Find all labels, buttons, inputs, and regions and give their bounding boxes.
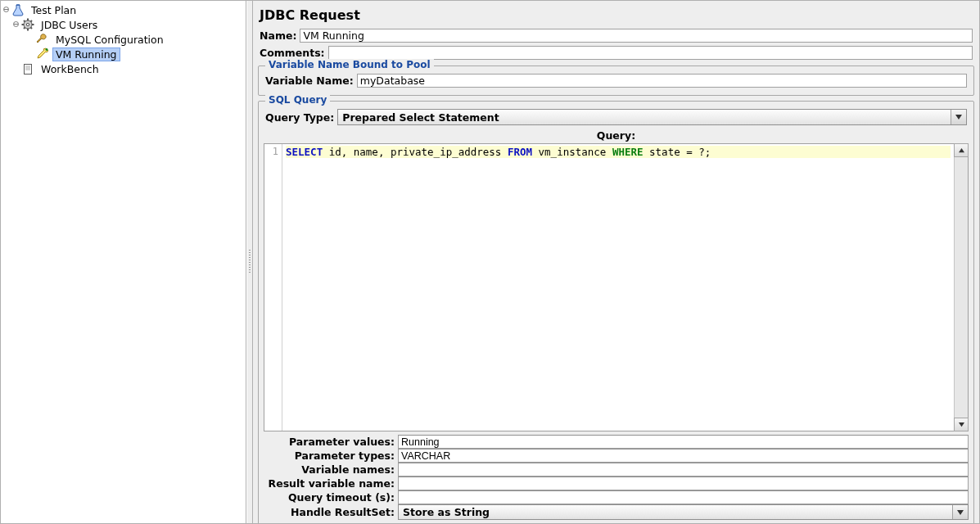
handle-resultset-combo[interactable]: Store as String: [398, 504, 969, 520]
pipette-icon: [35, 47, 50, 61]
param-types-label: Parameter types:: [264, 449, 398, 462]
param-values-row: Parameter values:: [264, 435, 969, 449]
tree-label: MySQL Configuration: [52, 33, 167, 47]
editor-body[interactable]: SELECT id, name, private_ip_address FROM…: [282, 144, 954, 431]
tree-panel[interactable]: Test Plan JDBC Users MySQL Configuration: [1, 1, 246, 523]
combo-value: Store as String: [399, 506, 952, 518]
variable-names-input[interactable]: [398, 463, 969, 477]
tree-node-vm-running[interactable]: VM Running: [1, 47, 246, 61]
wrench-icon: [35, 33, 50, 46]
tree-label-selected: VM Running: [52, 47, 120, 61]
sql-keyword: SELECT: [286, 146, 323, 158]
test-tree: Test Plan JDBC Users MySQL Configuration: [1, 1, 246, 76]
tree-label: Test Plan: [28, 3, 79, 17]
gear-icon: [20, 18, 35, 31]
sql-text: state = ?;: [644, 146, 711, 158]
scroll-track[interactable]: [955, 157, 968, 418]
scroll-up-icon[interactable]: [954, 143, 969, 157]
svg-point-15: [46, 48, 48, 51]
editor-scrollbar[interactable]: [954, 144, 968, 431]
tree-toggle-icon[interactable]: [11, 20, 20, 29]
query-type-row: Query Type: Prepared Select Statement: [264, 108, 969, 126]
tree-toggle-icon[interactable]: [1, 6, 11, 15]
svg-line-14: [31, 20, 33, 22]
result-var-label: Result variable name:: [264, 477, 398, 490]
query-type-combo[interactable]: Prepared Select Statement: [337, 109, 967, 125]
svg-rect-2: [16, 4, 20, 5]
scroll-down-icon[interactable]: [954, 418, 969, 431]
variable-names-label: Variable names:: [264, 463, 398, 476]
editor-gutter: 1: [264, 144, 282, 431]
query-editor[interactable]: 1 SELECT id, name, private_ip_address FR…: [264, 143, 969, 431]
tree-label: JDBC Users: [38, 18, 101, 32]
split-handle[interactable]: [246, 1, 253, 523]
svg-line-13: [24, 28, 25, 29]
name-input[interactable]: [300, 29, 973, 43]
result-var-row: Result variable name:: [264, 477, 969, 490]
param-values-label: Parameter values:: [264, 436, 398, 448]
panel-title: JDBC Request: [260, 7, 973, 23]
handle-resultset-row: Handle ResultSet: Store as String: [264, 504, 969, 520]
chevron-down-icon[interactable]: [951, 110, 966, 124]
tree-node-workbench[interactable]: WorkBench: [1, 61, 246, 76]
combo-value: Prepared Select Statement: [338, 111, 951, 124]
svg-point-6: [26, 23, 29, 25]
query-timeout-input[interactable]: [398, 490, 969, 504]
comments-input[interactable]: [328, 46, 973, 60]
result-var-input[interactable]: [398, 477, 969, 490]
sql-text: id, name, private_ip_address: [323, 146, 508, 158]
param-types-row: Parameter types:: [264, 449, 969, 463]
query-timeout-row: Query timeout (s):: [264, 490, 969, 504]
variable-name-row: Variable Name:: [264, 73, 969, 88]
variable-name-input[interactable]: [357, 74, 967, 88]
handle-resultset-label: Handle ResultSet:: [264, 506, 398, 518]
tree-node-test-plan[interactable]: Test Plan: [1, 2, 246, 17]
sql-query-group: SQL Query Query Type: Prepared Select St…: [258, 101, 974, 523]
param-values-input[interactable]: [398, 435, 969, 449]
query-timeout-label: Query timeout (s):: [264, 491, 398, 504]
svg-line-12: [31, 28, 33, 29]
sql-keyword: FROM: [508, 146, 532, 158]
svg-line-11: [24, 20, 25, 22]
variable-names-row: Variable names:: [264, 463, 969, 477]
var-pool-group: Variable Name Bound to Pool Variable Nam…: [258, 66, 974, 96]
sql-keyword: WHERE: [612, 146, 644, 158]
tree-node-mysql-config[interactable]: MySQL Configuration: [1, 32, 246, 47]
line-number: 1: [273, 146, 278, 157]
main-panel: JDBC Request Name: Comments: Variable Na…: [253, 1, 979, 523]
app-window: Test Plan JDBC Users MySQL Configuration: [0, 0, 980, 524]
query-header: Query:: [264, 129, 969, 142]
chevron-down-icon[interactable]: [952, 505, 968, 519]
comments-label: Comments:: [260, 47, 328, 59]
param-types-input[interactable]: [398, 449, 969, 463]
group-legend: SQL Query: [265, 94, 330, 106]
document-icon: [20, 62, 35, 75]
variable-name-label: Variable Name:: [265, 75, 357, 87]
tree-label: WorkBench: [38, 62, 102, 76]
group-legend: Variable Name Bound to Pool: [265, 59, 434, 70]
sql-text: vm_instance: [532, 146, 612, 158]
flask-icon: [11, 3, 25, 16]
name-row: Name:: [258, 28, 974, 43]
query-type-label: Query Type:: [265, 111, 337, 124]
tree-node-jdbc-users[interactable]: JDBC Users: [1, 17, 246, 32]
name-label: Name:: [260, 29, 300, 42]
